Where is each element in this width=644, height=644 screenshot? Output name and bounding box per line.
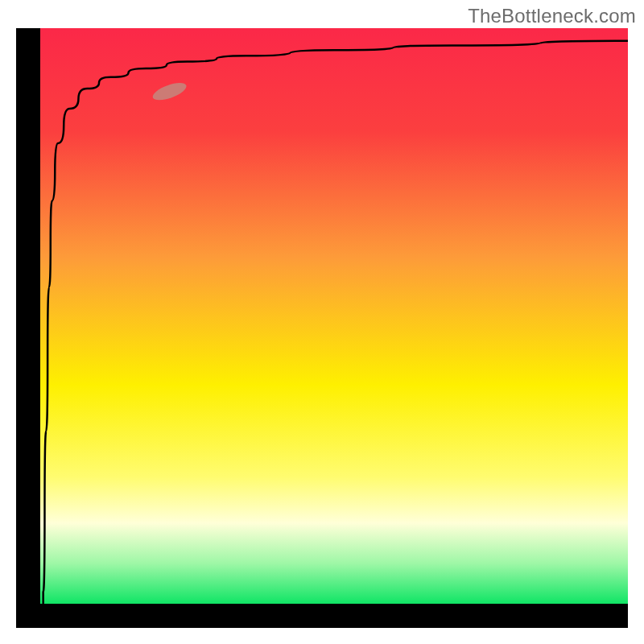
plot-area [40,28,628,604]
plot-frame [16,28,628,628]
svg-point-0 [151,80,188,104]
curve-line [43,41,628,604]
curve-svg [40,28,628,604]
watermark-text: TheBottleneck.com [468,5,636,27]
chart-container: TheBottleneck.com [0,0,644,644]
curve-marker [151,80,188,104]
